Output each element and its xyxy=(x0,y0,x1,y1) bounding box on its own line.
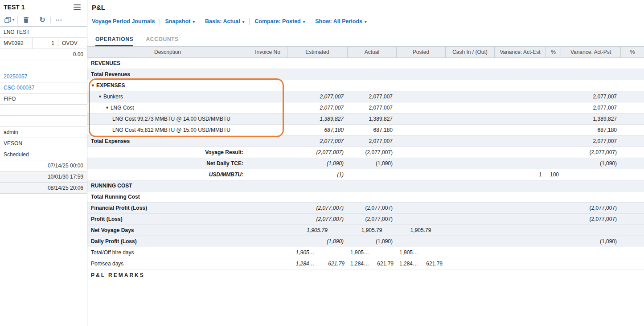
description-cell: Total Expenses xyxy=(87,136,248,147)
sidebar-field-value: OVOV xyxy=(58,38,87,49)
collapse-arrow-icon[interactable]: ▼ xyxy=(98,94,102,99)
tab-accounts[interactable]: ACCOUNTS xyxy=(146,36,179,46)
description-cell: LNG Cost 45,812 MMBTU @ 15.00 USD/MMBTU xyxy=(87,125,248,135)
description-cell: Port/sea days xyxy=(87,258,248,269)
column-header-variance-act-est: Variance: Act-Est xyxy=(494,47,546,57)
table-row-running-cost: RUNNING COST xyxy=(87,180,644,192)
row-label: Net Voyage Days xyxy=(91,227,134,233)
sidebar-fields: LNG TESTMV03921OVOV0.0020250057CSC-00003… xyxy=(0,27,87,194)
row-label: REVENUES xyxy=(91,60,120,66)
sub-value xyxy=(421,249,445,256)
table-row-bunkers[interactable]: ▼Bunkers2,077,0072,077,0072,077,007 xyxy=(87,91,644,102)
cell-varActPst: 2,077,007 xyxy=(561,94,620,100)
cell-estimated: 1,905.79 xyxy=(287,227,347,233)
table-row-total-running-cost: Total Running Cost xyxy=(87,192,644,203)
column-header-posted: Posted xyxy=(396,47,445,57)
sidebar-field-row: Scheduled xyxy=(0,149,87,160)
table-row-expenses[interactable]: ▼EXPENSES xyxy=(87,80,644,91)
chevron-down-icon: ▾ xyxy=(365,19,367,24)
sidebar-empty-row xyxy=(0,116,87,127)
row-label: P&L REMARKS xyxy=(91,272,145,278)
cell-varActPst: (1,090) xyxy=(561,160,620,167)
delete-button[interactable] xyxy=(21,15,31,25)
cell-estimated: 2,077,007 xyxy=(287,94,347,100)
sidebar-field-row: CSC-000037 xyxy=(0,82,87,94)
cell-actual: 687,180 xyxy=(347,127,396,133)
cell-varActPst: 2,077,007 xyxy=(561,138,620,144)
sidebar-field-row: LNG TEST xyxy=(0,27,87,38)
voyage-period-journals-button[interactable]: Voyage Period Journals xyxy=(92,18,155,24)
column-header-estimated: Estimated xyxy=(287,47,347,57)
table-row-lng-cost-99-273-mmbtu-14-00-usd-mmbtu: LNG Cost 99,273 MMBTU @ 14.00 USD/MMBTU1… xyxy=(87,114,644,125)
cell-posted: 1,905.79 xyxy=(396,227,445,233)
table-row-total-revenues: Total Revenues xyxy=(87,69,644,80)
cell-estimated: 1,905… xyxy=(287,249,347,256)
menu-icon[interactable] xyxy=(73,3,82,11)
chevron-down-icon: ▾ xyxy=(193,19,195,24)
sidebar-link[interactable]: 20250057 xyxy=(0,71,87,82)
sidebar-toolbar: ▾ ↻ ⋯ xyxy=(0,13,87,27)
sub-value: 621.79 xyxy=(421,261,445,267)
sidebar-field-value: LNG TEST xyxy=(0,27,87,37)
description-cell: Voyage Result: xyxy=(87,147,248,158)
table-row-lng-cost[interactable]: ▼LNG Cost2,077,0072,077,0072,077,007 xyxy=(87,102,644,114)
chevron-down-icon: ▾ xyxy=(242,19,245,24)
row-label: LNG Cost 45,812 MMBTU @ 15.00 USD/MMBTU xyxy=(112,127,230,133)
table-row-voyage-result: Voyage Result:(2,077,007)(2,077,007)(2,0… xyxy=(87,147,644,158)
tab-operations[interactable]: OPERATIONS xyxy=(95,36,133,46)
sidebar-field-value: Scheduled xyxy=(0,149,87,160)
cell-actual: (1,090) xyxy=(347,238,396,244)
basis-dropdown[interactable]: Basis: Actual▾ xyxy=(205,18,244,24)
refresh-button[interactable]: ↻ xyxy=(37,15,47,25)
description-cell: ▼EXPENSES xyxy=(87,80,248,91)
sub-value: 1,905… xyxy=(287,249,317,256)
cell-estimated: (1,090) xyxy=(287,238,347,244)
cell-varActEst: 1 xyxy=(494,171,546,178)
collapse-arrow-icon[interactable]: ▼ xyxy=(91,83,95,88)
column-header-description: Description xyxy=(87,47,248,57)
cell-actual: (2,077,007) xyxy=(347,149,396,155)
sub-value: 621.79 xyxy=(372,261,396,267)
column-header-actual: Actual xyxy=(347,47,396,57)
description-cell: Net Voyage Days xyxy=(87,225,248,236)
cell-pct1: 100 xyxy=(546,171,561,178)
cell-actual: (2,077,007) xyxy=(347,205,396,211)
cell-estimated: (2,077,007) xyxy=(287,205,347,211)
sub-value: 1,284… xyxy=(396,261,421,267)
row-label: Profit (Loss) xyxy=(91,216,123,222)
description-cell: LNG Cost 99,273 MMBTU @ 14.00 USD/MMBTU xyxy=(87,114,248,124)
cell-actual: (1,090) xyxy=(347,160,396,167)
show-periods-dropdown[interactable]: Show: All Periods▾ xyxy=(315,18,366,24)
row-label: Bunkers xyxy=(103,94,123,100)
toolbar-separator xyxy=(200,18,200,25)
copy-voyage-button[interactable]: ▾ xyxy=(4,15,14,25)
cell-posted: 1,905… xyxy=(396,249,445,256)
sidebar-link[interactable]: CSC-000037 xyxy=(0,82,87,93)
sidebar-field-value: FIFO xyxy=(0,94,87,104)
table-row-usd-mmbtu: USD/MMBTU:(1)1100 xyxy=(87,169,644,180)
compare-dropdown[interactable]: Compare: Posted▾ xyxy=(254,18,305,24)
row-label: Total Revenues xyxy=(91,71,130,77)
trash-icon xyxy=(23,17,29,23)
toolbar-separator xyxy=(310,18,310,25)
cell-estimated: (1) xyxy=(287,171,347,178)
description-cell: Total Revenues xyxy=(87,69,248,80)
cell-actual: 1,389,827 xyxy=(347,116,396,122)
cell-estimated: (1,090) xyxy=(287,160,347,167)
column-header-invoice-no: Invoice No xyxy=(248,47,287,57)
column-header-cash-in-out: Cash In / (Out) xyxy=(445,47,494,57)
sidebar-field-row: VESON xyxy=(0,138,87,149)
collapse-arrow-icon[interactable]: ▼ xyxy=(105,106,109,110)
cell-actual: 2,077,007 xyxy=(347,105,396,111)
table-row-daily-profit-loss: Daily Profit (Loss)(1,090)(1,090)(1,090) xyxy=(87,236,644,247)
more-button[interactable]: ⋯ xyxy=(54,15,64,25)
pnl-remarks-input[interactable] xyxy=(87,281,644,326)
chevron-down-icon: ▾ xyxy=(303,19,305,24)
sidebar-field-row: 08/14/25 20:06 xyxy=(0,183,87,194)
sub-value: 1,905… xyxy=(347,249,372,256)
sub-value: 1,905… xyxy=(396,249,421,256)
cell-actual: 2,077,007 xyxy=(347,138,396,144)
snapshot-dropdown[interactable]: Snapshot▾ xyxy=(165,18,194,24)
page-title: P&L xyxy=(87,0,644,13)
table-row-financial-profit-loss: Financial Profit (Loss)(2,077,007)(2,077… xyxy=(87,203,644,214)
